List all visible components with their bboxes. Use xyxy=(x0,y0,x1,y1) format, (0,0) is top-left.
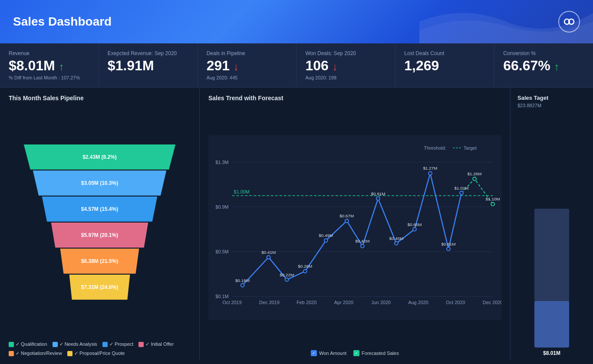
svg-text:$1.02M: $1.02M xyxy=(455,186,469,190)
svg-text:$0.65M: $0.65M xyxy=(407,222,422,227)
target-bar-wrap: $8.01M xyxy=(517,113,586,356)
funnel-bar-4: $6.38M (21.5%) xyxy=(57,249,143,274)
svg-point-36 xyxy=(361,244,364,248)
svg-point-38 xyxy=(376,197,380,200)
funnel-bar-0: $2.43M (8.2%) xyxy=(17,144,182,170)
kpi-card-lost-deals: Lost Deals Count 1,269 xyxy=(395,43,494,87)
svg-point-42 xyxy=(413,228,416,231)
app-logo xyxy=(558,11,580,33)
svg-point-40 xyxy=(395,242,398,245)
funnel-bar-3: $5.97M (20.1%) xyxy=(47,223,152,248)
funnel-bar-2: $4.57M (15.4%) xyxy=(37,197,162,222)
kpi-value: 1,269 xyxy=(404,58,485,73)
svg-text:$0.9M: $0.9M xyxy=(215,204,228,210)
funnel-panel: This Month Sales Pipeline $2.43M (8.2%)$… xyxy=(0,88,200,361)
kpi-label: Revenue xyxy=(9,50,90,56)
svg-point-26 xyxy=(267,256,270,259)
main-content: This Month Sales Pipeline $2.43M (8.2%)$… xyxy=(0,88,593,361)
svg-point-32 xyxy=(324,239,328,242)
kpi-card-revenue: Revenue $8.01M ↑ % Diff from Last Month … xyxy=(0,43,99,87)
target-amount: $23.8827M xyxy=(517,103,541,108)
target-bar-inner xyxy=(534,301,569,348)
svg-text:$0.91M: $0.91M xyxy=(371,191,385,196)
target-bar-outer xyxy=(534,209,569,348)
funnel-legend: ✓ Qualification ✓ Needs Analysis ✓ Prosp… xyxy=(9,341,191,356)
trend-legend-label: Forecasted Sales xyxy=(362,351,399,356)
svg-text:$0.49M: $0.49M xyxy=(319,233,333,238)
trend-title: Sales Trend with Forecast xyxy=(208,95,501,102)
legend-label: ✓ Proposal/Price Quote xyxy=(74,351,125,356)
kpi-value: $1.91M xyxy=(108,58,189,73)
kpi-value: $8.01M ↑ xyxy=(9,58,90,73)
header: Sales Dashboard xyxy=(0,0,593,43)
svg-text:Feb 2020: Feb 2020 xyxy=(296,300,316,305)
funnel-legend-item: ✓ Qualification xyxy=(9,341,47,347)
svg-text:$0.26M: $0.26M xyxy=(298,264,312,269)
kpi-label: Deals in Pipeline xyxy=(207,50,288,56)
target-panel: Sales Taget $23.8827M $8.01M xyxy=(511,88,593,361)
kpi-sub: % Diff from Last Month : 107.27% xyxy=(9,75,90,80)
svg-point-24 xyxy=(241,284,244,287)
svg-point-52 xyxy=(491,203,494,206)
kpi-sub: Aug 2020: 445 xyxy=(207,75,288,80)
svg-rect-2 xyxy=(208,135,501,320)
kpi-card-conversion: Conversion % 66.67% ↑ xyxy=(494,43,593,87)
funnel-legend-item: ✓ Prospect xyxy=(102,341,133,347)
svg-text:Oct 2020: Oct 2020 xyxy=(446,300,465,305)
svg-text:Aug 2020: Aug 2020 xyxy=(408,300,428,305)
legend-check-icon: ✓ xyxy=(353,350,359,356)
svg-point-48 xyxy=(460,191,463,195)
svg-point-28 xyxy=(285,278,289,282)
svg-text:Apr 2020: Apr 2020 xyxy=(334,300,353,305)
kpi-card-deals-pipeline: Deals in Pipeline 291 ↓ Aug 2020: 445 xyxy=(198,43,297,87)
kpi-row: Revenue $8.01M ↑ % Diff from Last Month … xyxy=(0,43,593,88)
target-bar-value: $8.01M xyxy=(543,350,560,356)
svg-text:$0.61M: $0.61M xyxy=(441,242,456,246)
svg-point-46 xyxy=(447,247,450,251)
svg-text:Target: Target xyxy=(464,145,477,151)
svg-text:Dec 2019: Dec 2019 xyxy=(259,300,280,305)
kpi-card-won-deals: Won Deals: Sep 2020 106 ↓ Aug 2020: 198 xyxy=(296,43,395,87)
funnel-chart: $2.43M (8.2%)$3.05M (10.3%)$4.57M (15.4%… xyxy=(9,107,191,337)
trend-legend-label: Won Amount xyxy=(319,351,346,356)
svg-point-30 xyxy=(303,269,307,273)
kpi-sub: Aug 2020: 198 xyxy=(305,75,386,80)
target-title: Sales Taget xyxy=(517,95,548,101)
kpi-label: Exepcted Revenue: Sep 2020 xyxy=(108,50,189,56)
svg-text:$0.67M: $0.67M xyxy=(339,213,354,218)
legend-label: ✓ Qualification xyxy=(16,341,47,347)
funnel-title: This Month Sales Pipeline xyxy=(9,95,191,102)
svg-text:Oct 2019: Oct 2019 xyxy=(222,300,241,305)
svg-text:$0.41M: $0.41M xyxy=(261,250,276,255)
trend-chart: $1.3M$0.9M$0.5M$0.1M$1.00MThreshold:Targ… xyxy=(208,107,501,348)
kpi-value: 106 ↓ xyxy=(305,58,386,73)
svg-text:$1.3M: $1.3M xyxy=(215,160,228,165)
kpi-label: Conversion % xyxy=(503,50,584,56)
trend-legend: ✓ Won Amount ✓ Forecasted Sales xyxy=(208,350,501,356)
svg-text:$1.00M: $1.00M xyxy=(234,189,250,194)
legend-label: ✓ Needs Analysis xyxy=(59,341,97,347)
svg-text:$0.18M: $0.18M xyxy=(235,278,250,283)
funnel-legend-item: ✓ Needs Analysis xyxy=(53,341,97,347)
svg-text:$0.22M: $0.22M xyxy=(280,272,294,277)
trend-legend-item: ✓ Won Amount xyxy=(311,350,346,356)
funnel-legend-item: ✓ Negotiation/Review xyxy=(9,351,62,356)
funnel-legend-item: ✓ Proposal/Price Quote xyxy=(67,351,125,356)
svg-text:$1.10M: $1.10M xyxy=(486,197,500,202)
page-title: Sales Dashboard xyxy=(13,15,112,29)
svg-text:$0.5M: $0.5M xyxy=(215,249,228,254)
svg-text:$1.27M: $1.27M xyxy=(423,166,437,171)
kpi-label: Lost Deals Count xyxy=(404,50,485,56)
kpi-value: 291 ↓ xyxy=(207,58,288,73)
funnel-bar-5: $7.31M (24.6%) xyxy=(67,275,133,300)
kpi-label: Won Deals: Sep 2020 xyxy=(305,50,386,56)
funnel-bar-1: $3.05M (10.3%) xyxy=(27,171,172,196)
svg-text:$1.26M: $1.26M xyxy=(468,172,482,177)
svg-text:Jun 2020: Jun 2020 xyxy=(371,300,391,305)
svg-text:Threshold:: Threshold: xyxy=(424,145,446,151)
svg-point-50 xyxy=(473,177,476,181)
kpi-card-expected-revenue: Exepcted Revenue: Sep 2020 $1.91M xyxy=(99,43,198,87)
svg-point-44 xyxy=(428,172,432,175)
legend-label: ✓ Initial Offer xyxy=(145,341,174,347)
legend-check-icon: ✓ xyxy=(311,350,317,356)
